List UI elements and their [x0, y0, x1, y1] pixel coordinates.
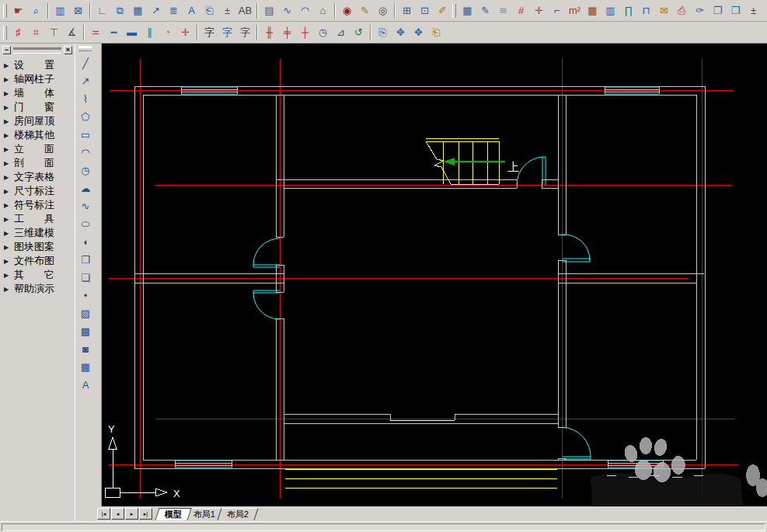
door-schedule-button[interactable]: ∏: [619, 2, 637, 20]
axis-grid-red-button[interactable]: #: [512, 2, 530, 20]
panel-close-button[interactable]: ×: [64, 46, 72, 54]
single-line-wall-button[interactable]: ━: [105, 23, 123, 42]
hide-object-button[interactable]: ◉: [338, 2, 356, 20]
offset-parallel-button[interactable]: ∥: [141, 23, 159, 42]
dome-arc-button[interactable]: ◠: [296, 2, 314, 20]
next-tab-button[interactable]: ▸: [125, 508, 138, 520]
polygon-tool-icon[interactable]: ⬠: [76, 108, 95, 126]
sidebar-item-符号标注[interactable]: ▶符号标注: [0, 198, 75, 212]
step-section-button[interactable]: ⌐: [548, 2, 566, 20]
paste-clipboard-button[interactable]: ⎗: [427, 23, 445, 42]
prev-tab-button[interactable]: ◂: [111, 508, 124, 520]
axis-cross-button[interactable]: ✛: [530, 2, 548, 20]
revision-cloud-tool-icon[interactable]: ☁: [76, 179, 95, 197]
preview-zoom-button[interactable]: ⌕: [27, 2, 45, 20]
pane-point-button[interactable]: ⊡: [416, 2, 434, 20]
arc-tool-icon[interactable]: ◠: [76, 144, 95, 162]
axis-tool-button[interactable]: ∟: [93, 2, 111, 20]
move-object-button[interactable]: ✥: [410, 23, 427, 42]
sheet-edit-button[interactable]: ✎: [476, 2, 494, 20]
hatch-tool-icon[interactable]: ▨: [76, 304, 95, 322]
insert-block-tool-icon[interactable]: ❒: [76, 251, 95, 269]
brush-match-button[interactable]: ✑: [691, 2, 709, 20]
pan-view-button[interactable]: ✥: [392, 23, 410, 42]
elevation-marks-button[interactable]: ≣: [165, 2, 183, 20]
rename-blocks-button[interactable]: AB: [236, 2, 254, 20]
door-swing-button[interactable]: ◔: [159, 23, 176, 42]
text-write-button[interactable]: 字: [200, 23, 218, 42]
level-funnel-button[interactable]: ±: [744, 2, 762, 20]
sidebar-item-尺寸标注[interactable]: ▶尺寸标注: [0, 184, 75, 198]
dim-linear-button[interactable]: ╫: [260, 23, 278, 42]
sidebar-item-文件布图[interactable]: ▶文件布图: [0, 254, 75, 268]
axis-angle-button[interactable]: ∡: [63, 23, 81, 42]
window-schedule-button[interactable]: ⊓: [637, 2, 655, 20]
grid-adjust-button[interactable]: ▦: [458, 2, 476, 20]
sidebar-item-其它[interactable]: ▶其 它: [0, 268, 75, 282]
edit-object-button[interactable]: ✎: [356, 2, 374, 20]
axis-dim-button[interactable]: ▦: [129, 2, 147, 20]
last-tab-button[interactable]: ▸|: [139, 508, 152, 520]
dim-protractor-button[interactable]: ⊿: [332, 23, 350, 42]
toolbar-grip[interactable]: [3, 26, 7, 40]
wave-line-button[interactable]: ∿: [278, 2, 296, 20]
ellipse-arc-tool-icon[interactable]: ◖: [76, 233, 95, 251]
sidebar-item-门窗[interactable]: ▶门 窗: [0, 100, 75, 114]
axis-single-button[interactable]: ⊤: [45, 23, 63, 42]
measure-tool-button[interactable]: ✐: [434, 2, 451, 20]
sidebar-item-墙体[interactable]: ▶墙 体: [0, 86, 75, 100]
column-pane-button[interactable]: ▥: [601, 2, 619, 20]
envelope-button[interactable]: ✉: [655, 2, 673, 20]
sidebar-item-文字表格[interactable]: ▶文字表格: [0, 170, 75, 184]
sidebar-item-帮助演示[interactable]: ▶帮助演示: [0, 282, 75, 296]
panel-grid-button[interactable]: ▤: [260, 2, 278, 20]
text-paragraph-button[interactable]: 字: [236, 23, 254, 42]
sidebar-item-图块图案[interactable]: ▶图块图案: [0, 240, 75, 254]
draw-toolbar-grip[interactable]: [78, 46, 92, 51]
draw-axis-grid-button[interactable]: ♯: [9, 23, 27, 42]
line-tool-icon[interactable]: ╱: [76, 54, 95, 72]
seal-stamp-button[interactable]: ⎙: [673, 2, 691, 20]
dim-point-button[interactable]: ┼: [296, 23, 314, 42]
dim-angular-button[interactable]: ◷: [314, 23, 332, 42]
sidebar-item-三维建模[interactable]: ▶三维建模: [0, 226, 75, 240]
sidebar-item-楼梯其他[interactable]: ▶楼梯其他: [0, 128, 75, 142]
spline-tool-icon[interactable]: ∿: [76, 197, 95, 215]
table-tool-icon[interactable]: ▦: [76, 358, 95, 376]
area-m2-button[interactable]: m²: [566, 2, 584, 20]
toolbar-grip[interactable]: [3, 4, 7, 18]
screen-menu-button[interactable]: ☛: [9, 2, 27, 20]
sidebar-item-房间屋顶[interactable]: ▶房间屋顶: [0, 114, 75, 128]
copy-object-button[interactable]: ⎘: [374, 23, 392, 42]
level-mark-button[interactable]: ±: [218, 2, 236, 20]
toolbar-grip[interactable]: [452, 4, 456, 18]
dim-rotate-button[interactable]: ↺: [350, 23, 368, 42]
drawing-canvas[interactable]: 上 Y X: [96, 43, 767, 506]
text-style-button[interactable]: A: [183, 2, 200, 20]
show-object-button[interactable]: ◎: [374, 2, 392, 20]
wall-cross-button[interactable]: ✛: [176, 23, 194, 42]
construction-line-tool-icon[interactable]: ↗: [76, 72, 95, 90]
circle-tool-icon[interactable]: ◷: [76, 162, 95, 179]
point-tool-icon[interactable]: •: [76, 287, 95, 304]
four-pane-view-button[interactable]: ⊞: [398, 2, 416, 20]
tab-模型[interactable]: 模型: [155, 508, 191, 520]
region-tool-icon[interactable]: ◙: [76, 340, 95, 358]
area-table-button[interactable]: ▦: [584, 2, 601, 20]
sidebar-item-剖面[interactable]: ▶剖 面: [0, 156, 75, 170]
mtext-tool-icon[interactable]: A: [76, 376, 95, 394]
sidebar-item-设置[interactable]: ▶设 置: [0, 58, 75, 72]
leader-label-button[interactable]: ↗: [147, 2, 165, 20]
dim-continue-button[interactable]: ╪: [278, 23, 296, 42]
open-drawing-button[interactable]: ⊠: [69, 2, 87, 20]
book-pages-button[interactable]: ❐: [709, 2, 727, 20]
sidebar-item-轴网柱子[interactable]: ▶轴网柱子: [0, 72, 75, 86]
axis-bubbles-button[interactable]: ⌗: [27, 23, 45, 42]
first-tab-button[interactable]: |◂: [97, 508, 110, 520]
rectangle-tool-icon[interactable]: ▭: [76, 126, 95, 144]
sidebar-item-立面[interactable]: ▶立 面: [0, 142, 75, 156]
text-mark-button[interactable]: 字: [218, 23, 236, 42]
standard-column-button[interactable]: ⧉: [111, 2, 129, 20]
wall-section-button[interactable]: ▬: [123, 23, 141, 42]
window-shade-button[interactable]: ❒: [727, 2, 744, 20]
